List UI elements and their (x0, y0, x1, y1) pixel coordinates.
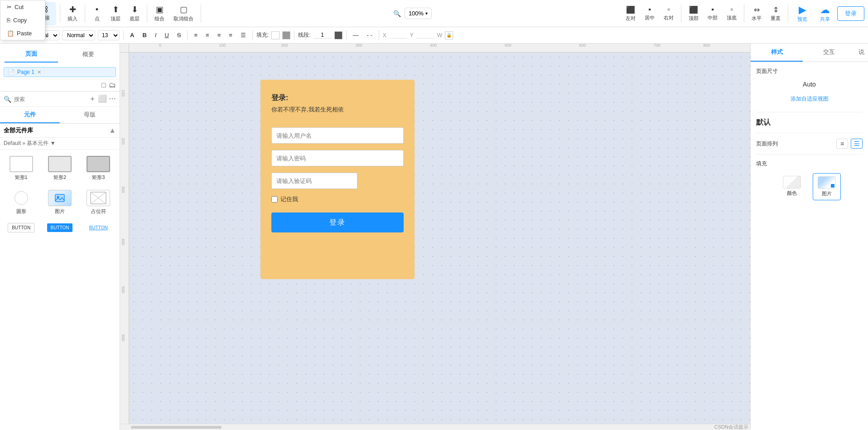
masters-tab[interactable]: 母版 (60, 107, 120, 123)
fill-image-option[interactable]: 图片 (813, 173, 841, 200)
group-btn[interactable]: ▣ 组合 (151, 3, 168, 24)
align-right-text-btn[interactable]: ≡ (215, 31, 224, 39)
btn2-item[interactable]: BUTTON (42, 221, 77, 234)
divider3 (756, 154, 863, 155)
top-layer-btn[interactable]: ⬆ 顶层 (107, 3, 124, 24)
line-label: 线段: (298, 31, 310, 39)
remember-checkbox[interactable] (271, 196, 278, 203)
add-component-icon[interactable]: ＋ (89, 94, 96, 104)
align-top-icon: ⬛ (689, 5, 698, 14)
design-canvas[interactable]: 登录: 你若不理不弃,我若生死相依 记住我 登录 (129, 53, 750, 424)
default-label: 默认 (756, 118, 863, 127)
align-justify-text-btn[interactable]: ≡ (226, 31, 235, 39)
line-color-box[interactable] (334, 31, 342, 39)
line-style-btn1[interactable]: — (350, 31, 362, 39)
share-btn[interactable]: ☁ 共享 (815, 2, 835, 24)
outline-tab[interactable]: 概要 (62, 47, 115, 62)
username-input[interactable] (271, 127, 404, 144)
fill-box2[interactable] (282, 31, 290, 39)
components-tab[interactable]: 元件 (0, 107, 60, 123)
x-input[interactable] (389, 32, 407, 39)
ruler-v-300: 300 (121, 186, 125, 193)
list-btn[interactable]: ☰ (238, 31, 249, 39)
distribute-v-btn[interactable]: ⇕ 重直 (767, 4, 784, 24)
preview-btn[interactable]: ▶ 预览 (792, 2, 813, 24)
shape1-item[interactable]: 矩形1 (4, 153, 39, 184)
page-arrange-label: 页面排列 (756, 140, 836, 148)
captcha-input[interactable] (271, 173, 357, 189)
context-menu: ✂ Cut ⎘ Copy 📋 Paste (0, 0, 45, 40)
divider2 (756, 133, 863, 133)
align-center-icon: ▪ (648, 5, 651, 14)
line-width-input[interactable] (313, 32, 332, 39)
context-paste[interactable]: 📋 Paste (0, 27, 45, 40)
y-label: Y (410, 32, 414, 39)
ungroup-btn[interactable]: ▢ 取消组合 (170, 3, 197, 24)
fill-color-box (783, 176, 801, 188)
fill-color-option[interactable]: 颜色 (778, 173, 805, 200)
bottom-layer-btn[interactable]: ⬇ 底层 (126, 3, 143, 24)
insert-btn[interactable]: ✚ 插入 (64, 3, 81, 24)
fill-image-label: 图片 (822, 190, 832, 197)
ruler-h-200: 200 (281, 43, 288, 48)
align-bottom-icon: ▫ (730, 5, 733, 14)
distribute-h-btn[interactable]: ⇔ 水平 (748, 4, 765, 24)
add-page-icon[interactable]: □ (101, 81, 106, 89)
text-italic-btn[interactable]: I (152, 31, 159, 39)
btn3-item[interactable]: BUTTON (81, 221, 116, 234)
ruler-h-600: 600 (579, 43, 586, 48)
btn1-item[interactable]: BUTTON (4, 221, 39, 234)
y-input[interactable] (416, 32, 434, 39)
image-item[interactable]: 图片 (42, 187, 77, 217)
login-submit-btn[interactable]: 登录 (271, 213, 404, 232)
bottom-icon: ⬇ (131, 5, 138, 14)
pages-tab[interactable]: 页面 (5, 46, 58, 63)
preview-icon: ▶ (799, 4, 806, 16)
align-center-btn[interactable]: ▪ 居中 (641, 4, 658, 23)
login-button[interactable]: 登录 (837, 6, 864, 21)
dot-btn[interactable]: • 点 (89, 3, 105, 24)
shape3-item[interactable]: 矩形3 (81, 153, 116, 184)
arrange-btn2[interactable]: ☰ (851, 139, 863, 149)
more-icon[interactable]: ⋯ (109, 94, 116, 104)
text-bold-b-btn[interactable]: B (140, 31, 149, 39)
page1-tab[interactable]: 📄 Page 1 ✕ (4, 67, 116, 77)
zoom-control[interactable]: 100% ▾ (405, 8, 432, 19)
shape2-item[interactable]: 矩形2 (42, 153, 77, 184)
align-center-text-btn[interactable]: ≡ (203, 31, 212, 39)
font-style-select[interactable]: Normal (62, 30, 95, 40)
fill-color-box[interactable] (271, 31, 280, 39)
second-toolbar: 默认 Arial Normal 13 A B I U S ≡ ≡ ≡ ≡ ☰ 填… (0, 27, 868, 43)
fill-options: 颜色 图片 (756, 173, 863, 200)
h-scrollbar[interactable] (131, 426, 222, 429)
align-left-text-btn[interactable]: ≡ (191, 31, 200, 39)
text-bold-btn[interactable]: A (127, 31, 137, 39)
bottom-bar: CSDN会话提示 (120, 424, 750, 430)
align-top-btn[interactable]: ⬛ 顶部 (685, 4, 702, 24)
import-icon[interactable]: ⬜ (98, 94, 107, 104)
extra-tab[interactable]: 说 (855, 43, 868, 62)
context-copy[interactable]: ⎘ Copy (0, 14, 45, 27)
line-style-btn2[interactable]: - - (364, 31, 375, 39)
text-underline-btn[interactable]: U (162, 31, 171, 39)
ruler-h-300: 300 (356, 43, 362, 48)
password-input[interactable] (271, 150, 404, 166)
align-right-btn[interactable]: ▫ 右对 (660, 4, 677, 23)
text-strikethrough-btn[interactable]: S (174, 31, 184, 39)
collapse-icon[interactable]: ▲ (109, 126, 116, 135)
arrange-btn1[interactable]: ≡ (836, 139, 848, 149)
responsive-link[interactable]: 添加自适应视图 (756, 95, 863, 103)
page-close-icon[interactable]: ✕ (37, 69, 41, 75)
align-middle-btn[interactable]: ▪ 中部 (704, 4, 721, 23)
placeholder-item[interactable]: 占位符 (81, 187, 116, 217)
w-lock-icon[interactable]: 🔒 (445, 31, 453, 39)
align-left-btn[interactable]: ⬛ 左对 (622, 4, 639, 24)
search-input[interactable] (14, 96, 86, 102)
font-size-select[interactable]: 13 (98, 30, 120, 40)
align-bottom-btn[interactable]: ▫ 顶底 (723, 4, 740, 23)
interaction-tab[interactable]: 交互 (803, 43, 855, 62)
style-tab[interactable]: 样式 (751, 43, 803, 62)
circle-item[interactable]: 圆形 (4, 187, 39, 217)
context-cut[interactable]: ✂ Cut (0, 0, 45, 14)
add-folder-icon[interactable]: 🗂 (109, 81, 116, 89)
